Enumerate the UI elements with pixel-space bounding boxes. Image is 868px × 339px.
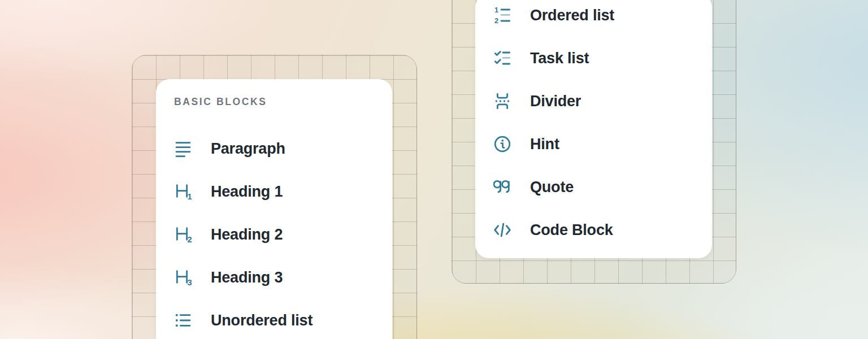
menu-item-quote[interactable]: Quote (475, 166, 712, 208)
code-block-icon (493, 221, 511, 239)
menu-item-ordered-list[interactable]: 12 Ordered list (475, 0, 712, 37)
menu-item-task-list[interactable]: Task list (475, 37, 712, 80)
menu-item-paragraph[interactable]: Paragraph (156, 127, 392, 170)
quote-icon (493, 178, 511, 196)
svg-text:1: 1 (494, 6, 498, 14)
menu-item-hint[interactable]: Hint (475, 123, 712, 166)
svg-text:2: 2 (494, 17, 498, 24)
menu-item-code-block[interactable]: Code Block (475, 208, 712, 251)
menu-item-heading-3[interactable]: 3 Heading 3 (156, 256, 392, 299)
svg-text:3: 3 (187, 278, 192, 286)
heading-1-icon: 1 (174, 182, 192, 201)
hint-icon (493, 135, 511, 153)
unordered-list-icon (174, 311, 192, 329)
menu-item-unordered-list[interactable]: Unordered list (156, 299, 392, 339)
menu-item-heading-2[interactable]: 2 Heading 2 (156, 213, 392, 256)
heading-2-icon: 2 (174, 225, 192, 244)
paragraph-icon (174, 140, 192, 158)
menu-item-list: 12 Ordered list Task list Divider Hint Q… (475, 0, 712, 251)
blocks-menu-continued: 12 Ordered list Task list Divider Hint Q… (475, 0, 712, 258)
ordered-list-icon: 12 (493, 6, 511, 24)
menu-item-list: Paragraph 1 Heading 1 2 Heading 2 3 Head… (156, 127, 392, 339)
hero-canvas: BASIC BLOCKS Paragraph 1 Heading 1 2 Hea… (0, 0, 868, 339)
menu-item-heading-1[interactable]: 1 Heading 1 (156, 170, 392, 213)
heading-3-icon: 3 (174, 268, 192, 286)
basic-blocks-menu: BASIC BLOCKS Paragraph 1 Heading 1 2 Hea… (156, 79, 392, 339)
svg-text:1: 1 (187, 192, 192, 201)
task-list-icon (493, 49, 511, 67)
menu-item-divider[interactable]: Divider (475, 80, 712, 123)
divider-icon (493, 92, 511, 110)
menu-section-header: BASIC BLOCKS (174, 96, 392, 110)
svg-text:2: 2 (187, 235, 192, 244)
